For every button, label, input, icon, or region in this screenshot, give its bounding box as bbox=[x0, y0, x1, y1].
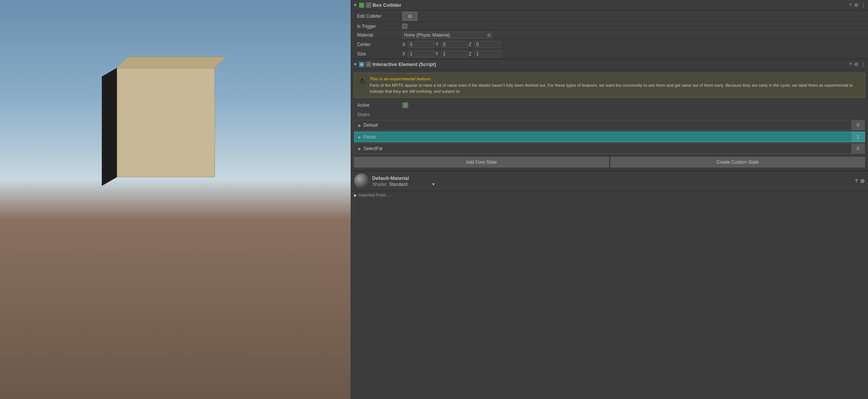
state-row-focus: ▶ Focus 1 bbox=[354, 132, 865, 142]
collider-material-value: None (Physic Material) bbox=[404, 32, 450, 38]
active-row: Active bbox=[351, 101, 868, 110]
active-label: Active bbox=[357, 103, 402, 108]
state-expand-default[interactable]: ▶ Default bbox=[354, 120, 851, 130]
ie-help-icon[interactable]: ? bbox=[849, 61, 852, 67]
size-label: Size bbox=[357, 51, 402, 57]
ie-more-icon[interactable]: ⋮ bbox=[861, 61, 866, 67]
material-icons: ? ⚙ bbox=[855, 178, 865, 184]
material-shader-label: Shader bbox=[372, 182, 387, 187]
material-shader-row: Shader Standard ▼ bbox=[372, 182, 852, 187]
state-selectfar-count: 0 bbox=[851, 144, 865, 153]
state-expand-selectfar[interactable]: ▶ SelectFar bbox=[354, 144, 851, 153]
state-default-name: Default bbox=[363, 123, 378, 128]
edit-collider-button[interactable]: ⊟ bbox=[402, 12, 417, 21]
state-expand-focus[interactable]: ▶ Focus bbox=[354, 132, 851, 142]
create-custom-state-button[interactable]: Create Custom State bbox=[610, 157, 865, 167]
state-selectfar-name: SelectFar bbox=[363, 146, 383, 151]
edit-collider-icon: ⊟ bbox=[408, 14, 412, 19]
state-focus-count: 1 bbox=[851, 132, 865, 142]
state-default-count: 0 bbox=[851, 120, 865, 130]
inspector-panel: ▼ Box Collider ? ⚙ ⋮ Edit Collider ⊟ Is bbox=[351, 0, 868, 399]
edit-collider-label: Edit Collider bbox=[357, 14, 402, 19]
ie-enabled-checkbox[interactable] bbox=[366, 62, 371, 67]
active-checkbox[interactable] bbox=[402, 102, 408, 108]
collider-material-select[interactable]: None (Physic Material) ⊙ bbox=[402, 32, 493, 38]
material-settings-icon[interactable]: ⚙ bbox=[860, 178, 865, 184]
size-y-input[interactable] bbox=[441, 51, 468, 57]
size-row: Size X Y Z bbox=[351, 49, 868, 59]
3d-cube: ◦ bbox=[106, 68, 204, 177]
center-label: Center bbox=[357, 42, 402, 47]
is-trigger-row: Is Trigger bbox=[351, 22, 868, 31]
center-x-label: X bbox=[402, 42, 407, 47]
box-collider-help-icon[interactable]: ? bbox=[849, 2, 852, 8]
box-collider-enabled-checkbox[interactable] bbox=[366, 3, 371, 8]
state-focus-name: Focus bbox=[363, 134, 376, 140]
ie-settings-icon[interactable]: ⚙ bbox=[854, 61, 859, 67]
state-row-selectfar: ▶ SelectFar 0 bbox=[354, 143, 865, 154]
edit-collider-row: Edit Collider ⊟ bbox=[351, 11, 868, 22]
center-z-label: Z bbox=[469, 42, 473, 47]
state-selectfar-arrow: ▶ bbox=[358, 147, 361, 151]
is-trigger-label: Is Trigger bbox=[357, 24, 402, 29]
center-y-input[interactable] bbox=[441, 41, 468, 48]
crosshair-indicator: ◦ bbox=[164, 120, 168, 125]
state-focus-arrow: ▶ bbox=[358, 135, 361, 139]
warning-title: This is an experimental feature. bbox=[370, 76, 862, 82]
ie-title: Interactive Element (Script) bbox=[373, 61, 849, 67]
scene-viewport[interactable]: ◦ bbox=[0, 0, 351, 399]
box-collider-collapse-arrow[interactable]: ▼ bbox=[353, 3, 357, 7]
states-section-label: States bbox=[351, 110, 868, 119]
material-sphere-preview bbox=[354, 173, 369, 189]
material-shader-value: Standard bbox=[389, 182, 408, 187]
state-button-row: Add Core State Create Custom State bbox=[354, 157, 865, 167]
warning-icon: ⚠ bbox=[357, 76, 367, 85]
bottom-section-collapse[interactable]: ▶ Imported Form... bbox=[351, 191, 868, 199]
center-row: Center X Y Z bbox=[351, 40, 868, 49]
size-x-input[interactable] bbox=[408, 51, 434, 57]
interactive-element-section: ▼ # Interactive Element (Script) ? ⚙ ⋮ ⚠… bbox=[351, 59, 868, 167]
warning-content: This is an experimental feature. Parts o… bbox=[370, 76, 862, 94]
box-collider-more-icon[interactable]: ⋮ bbox=[861, 2, 866, 8]
box-collider-header: ▼ Box Collider ? ⚙ ⋮ bbox=[351, 0, 868, 11]
collider-material-label: Material bbox=[357, 32, 402, 38]
size-z-input[interactable] bbox=[474, 51, 501, 57]
material-info: Default-Material Shader Standard ▼ bbox=[372, 175, 852, 187]
bottom-collapse-arrow: ▶ bbox=[354, 193, 357, 197]
is-trigger-checkbox[interactable] bbox=[402, 24, 407, 29]
state-default-arrow: ▶ bbox=[358, 123, 361, 127]
box-collider-settings-icon[interactable]: ⚙ bbox=[854, 2, 859, 8]
center-x-input[interactable] bbox=[408, 41, 434, 48]
shader-dropdown-arrow: ▼ bbox=[431, 182, 435, 186]
ie-icon: # bbox=[359, 61, 365, 68]
warning-body: Parts of the MRTK appear to have a lot o… bbox=[370, 83, 862, 94]
bottom-section-label: Imported Form... bbox=[359, 193, 389, 197]
box-collider-title: Box Collider bbox=[373, 2, 849, 8]
size-x-label: X bbox=[402, 51, 407, 57]
add-core-state-button[interactable]: Add Core State bbox=[354, 157, 609, 167]
ie-collapse-arrow[interactable]: ▼ bbox=[353, 62, 357, 66]
material-shader-dropdown[interactable]: Standard ▼ bbox=[389, 182, 436, 187]
collider-material-row: Material None (Physic Material) ⊙ bbox=[351, 31, 868, 40]
state-row-default: ▶ Default 0 bbox=[354, 120, 865, 130]
material-section: Default-Material Shader Standard ▼ ? ⚙ bbox=[351, 171, 868, 191]
material-name: Default-Material bbox=[372, 175, 852, 181]
interactive-element-header: ▼ # Interactive Element (Script) ? ⚙ ⋮ bbox=[351, 59, 868, 70]
center-z-input[interactable] bbox=[474, 41, 501, 48]
material-help-icon[interactable]: ? bbox=[855, 178, 858, 184]
box-collider-section: ▼ Box Collider ? ⚙ ⋮ Edit Collider ⊟ Is bbox=[351, 0, 868, 59]
experimental-warning: ⚠ This is an experimental feature. Parts… bbox=[354, 73, 865, 98]
collider-material-target-icon[interactable]: ⊙ bbox=[487, 32, 491, 38]
size-z-label: Z bbox=[469, 51, 473, 57]
box-collider-icon bbox=[359, 2, 365, 8]
size-y-label: Y bbox=[436, 51, 440, 57]
center-y-label: Y bbox=[436, 42, 440, 47]
